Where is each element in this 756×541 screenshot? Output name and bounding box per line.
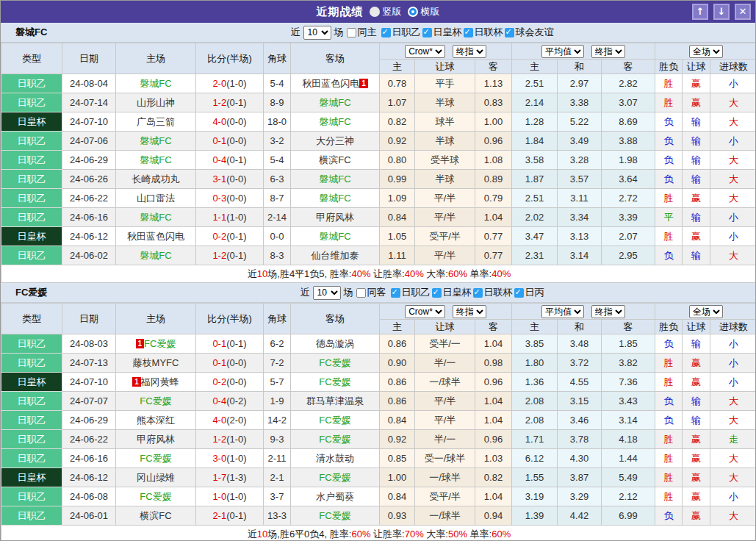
red-card-badge: 1 — [136, 339, 145, 348]
asia-away-odds-cell: 0.96 — [475, 430, 512, 449]
league-filter-option[interactable]: 日皇杯 — [432, 286, 472, 299]
away-team-name: 群马草津温泉 — [306, 395, 364, 406]
eu-home-odds-cell: 2.08 — [512, 411, 558, 430]
fulltime-score: 0-2 — [212, 231, 226, 242]
league-filter-option[interactable]: 日皇杯 — [422, 26, 462, 39]
same-venue-filter[interactable]: 同主 — [347, 26, 377, 39]
away-team-cell: 磐城FC — [291, 227, 380, 246]
league-filter-option[interactable]: 日职乙 — [381, 26, 421, 39]
recent-games-select[interactable]: 10 — [303, 26, 331, 40]
checkbox-checked-icon[interactable] — [505, 28, 514, 37]
radio-unchecked-icon[interactable] — [370, 7, 380, 17]
eu-draw-odds-cell: 4.55 — [558, 373, 602, 392]
near-label: 近 — [300, 286, 310, 299]
col-header-eu-draw: 和 — [558, 60, 602, 74]
asia-odds-time-select[interactable]: 终指 — [453, 305, 486, 318]
asia-odds-time-select[interactable]: 终指 — [453, 45, 486, 58]
col-header-corner: 角球 — [264, 304, 291, 334]
league-filter-option[interactable]: 日联杯 — [473, 286, 513, 299]
col-header-handicap-result: 让球 — [683, 320, 710, 334]
europe-odds-source-select[interactable]: 平均值 — [541, 305, 584, 318]
checkbox-checked-icon[interactable] — [391, 288, 400, 298]
home-team-cell: 1FC爱媛 — [116, 334, 196, 354]
result-winloss-cell: 胜 — [655, 430, 683, 449]
near-label: 近 — [291, 26, 300, 39]
match-row: 日职乙24-06-29磐城FC0-4(0-1)5-4横滨FC0.80受半球1.0… — [1, 151, 756, 170]
league-type-cell: 日职乙 — [1, 334, 62, 354]
corner-cell: 6-2 — [264, 334, 291, 354]
checkbox-checked-icon[interactable] — [381, 28, 391, 37]
europe-odds-source-select[interactable]: 平均值 — [541, 45, 584, 58]
result-handicap-cell: 输 — [683, 208, 710, 227]
eu-draw-odds-cell: 4.42 — [558, 506, 602, 526]
asia-odds-source-select[interactable]: Crow* — [405, 45, 445, 58]
halftime-score: (2-0) — [226, 415, 246, 426]
arrow-up-icon: ↑ — [696, 6, 705, 17]
home-team-cell: 熊本深红 — [116, 411, 196, 430]
match-row: 日职乙24-06-16FC爱媛3-0(1-0)2-11清水鼓动0.85受一/球半… — [1, 449, 756, 468]
table-body: 日职乙24-08-031FC爱媛0-1(0-1)6-2德岛漩涡0.86受半/一1… — [1, 334, 756, 526]
match-row: 日皇杯24-07-101福冈黄蜂0-2(0-0)5-7FC爱媛0.86一/球半0… — [1, 373, 756, 392]
layout-option-horizontal[interactable]: 横版 — [408, 5, 440, 18]
eu-home-odds-cell: 1.39 — [512, 506, 558, 526]
away-team-name: 仙台维加泰 — [312, 250, 359, 261]
league-type-cell: 日职乙 — [1, 93, 62, 112]
checkbox-checked-icon[interactable] — [464, 28, 473, 37]
checkbox-checked-icon[interactable] — [432, 288, 442, 298]
eu-away-odds-cell: 4.18 — [602, 430, 655, 449]
col-header-asia-line: 让球 — [415, 320, 475, 334]
checkbox-checked-icon[interactable] — [473, 288, 483, 298]
result-scope-select[interactable]: 全场 — [689, 305, 723, 318]
radio-checked-icon[interactable] — [408, 7, 418, 17]
league-filter-option[interactable]: 球会友谊 — [505, 26, 554, 39]
result-scope-select[interactable]: 全场 — [689, 45, 723, 58]
games-label: 场 — [334, 26, 344, 39]
recent-games-select[interactable]: 10 — [313, 286, 341, 300]
fulltime-score: 4-0 — [212, 116, 226, 127]
result-handicap-cell: 赢 — [683, 506, 710, 526]
league-filter-option[interactable]: 日职乙 — [391, 286, 431, 299]
summary-stat-value: 40% — [405, 268, 424, 279]
asia-away-odds-cell: 0.96 — [475, 373, 512, 392]
result-handicap-cell: 赢 — [683, 74, 710, 93]
home-team-name: FC爱媛 — [140, 453, 171, 464]
result-winloss-cell: 负 — [655, 392, 683, 411]
checkbox-unchecked-icon[interactable] — [347, 28, 356, 37]
layout-option-vertical[interactable]: 竖版 — [370, 5, 402, 18]
red-card-badge: 1 — [359, 79, 368, 88]
corner-cell: 2-14 — [264, 208, 291, 227]
league-filter-option[interactable]: 日丙 — [514, 286, 544, 299]
games-label: 场 — [344, 286, 353, 299]
asia-home-odds-cell: 0.93 — [380, 506, 415, 526]
same-venue-filter[interactable]: 同客 — [356, 286, 386, 299]
home-team-name: 福冈黄蜂 — [141, 376, 179, 387]
fulltime-score: 0-1 — [212, 357, 226, 368]
move-down-button[interactable]: ↓ — [713, 4, 730, 20]
eu-away-odds-cell: 3.43 — [602, 392, 655, 411]
eu-away-odds-cell: 3.14 — [602, 411, 655, 430]
checkbox-checked-icon[interactable] — [514, 288, 524, 298]
home-team-cell: FC爱媛 — [116, 392, 196, 411]
asia-away-odds-cell: 0.94 — [475, 506, 512, 526]
result-goals-cell: 大 — [710, 112, 756, 132]
home-team-cell: 冈山绿雉 — [116, 468, 196, 487]
col-header-date: 日期 — [62, 304, 116, 334]
home-team-name: 磐城FC — [140, 250, 171, 261]
result-handicap-cell: 赢 — [683, 373, 710, 392]
asia-line-cell: 受半/一 — [415, 334, 475, 354]
move-up-button[interactable]: ↑ — [692, 4, 708, 20]
checkbox-unchecked-icon[interactable] — [356, 288, 366, 298]
asia-odds-source-select[interactable]: Crow* — [405, 305, 445, 318]
section-filter-bar: FC爱媛 近 10 场 同客 日职乙日皇杯日联杯日丙 — [1, 283, 755, 303]
close-button[interactable]: ✕ — [735, 4, 751, 20]
europe-odds-time-select[interactable]: 终指 — [591, 305, 625, 318]
europe-odds-time-select[interactable]: 终指 — [591, 45, 625, 58]
score-cell: 2-1(0-1) — [196, 506, 264, 526]
result-winloss-cell: 负 — [655, 246, 683, 265]
league-filter-label: 日丙 — [525, 286, 544, 299]
halftime-score: (0-0) — [226, 135, 246, 146]
league-filter-label: 日职乙 — [392, 26, 421, 39]
checkbox-checked-icon[interactable] — [422, 28, 432, 37]
result-handicap-cell: 输 — [683, 132, 710, 151]
league-filter-option[interactable]: 日联杯 — [464, 26, 503, 39]
